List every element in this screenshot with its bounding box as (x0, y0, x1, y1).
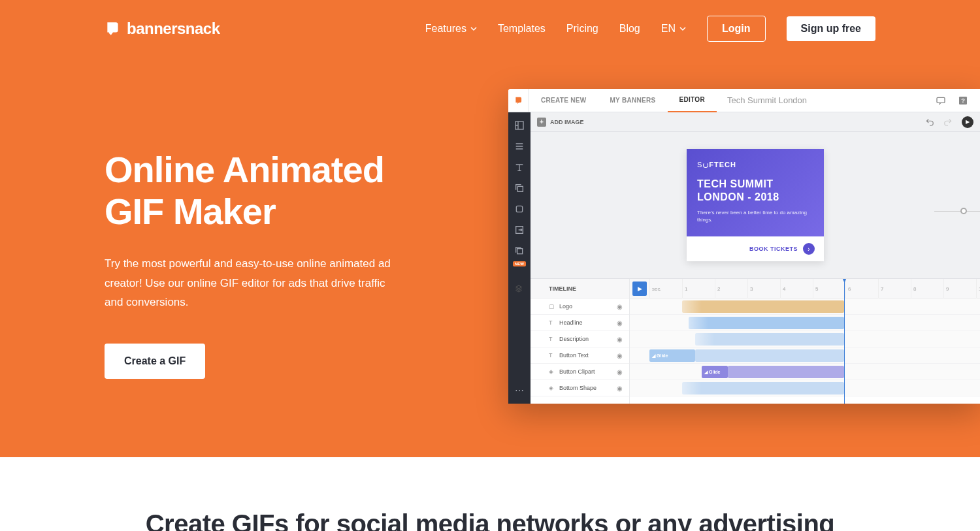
hero-description: Try the most powerful and easy-to-use on… (105, 254, 392, 312)
signup-button[interactable]: Sign up free (787, 16, 875, 41)
plus-icon: + (537, 118, 546, 127)
logo[interactable]: bannersnack (105, 20, 220, 38)
shape-icon: ◈ (549, 385, 555, 391)
visibility-icon[interactable]: ◉ (617, 336, 623, 343)
banner-headline: TECH SUMMIT LONDON - 2018 (697, 178, 813, 204)
clip-glide[interactable]: ◢Glide (702, 366, 728, 378)
layer-button-text[interactable]: TButton Text◉ (531, 347, 629, 364)
tab-editor[interactable]: EDITOR (668, 89, 717, 112)
text-icon: T (549, 352, 555, 359)
login-button[interactable]: Login (707, 16, 766, 42)
create-gif-button[interactable]: Create a GIF (105, 344, 205, 379)
track-row[interactable] (630, 315, 980, 331)
svg-rect-5 (516, 206, 522, 212)
chat-icon[interactable] (936, 95, 946, 106)
timeline-play-button[interactable]: ▶ (632, 282, 647, 296)
svg-rect-4 (517, 186, 523, 191)
image-icon: ▢ (549, 303, 555, 310)
text-icon[interactable] (510, 158, 529, 176)
editor-sidebar: NEW ⋯ (508, 112, 531, 404)
nav-features[interactable]: Features (425, 23, 477, 35)
project-title[interactable]: Tech Summit London (717, 95, 936, 105)
tab-create-new[interactable]: CREATE NEW (529, 89, 598, 112)
main-nav: bannersnack Features Templates Pricing B… (0, 0, 980, 57)
redo-icon[interactable] (943, 118, 953, 127)
track-row[interactable] (630, 380, 980, 396)
layer-headline[interactable]: THeadline◉ (531, 315, 629, 331)
section-2-title: Create GIFs for social media networks or… (105, 509, 875, 531)
clip[interactable] (728, 366, 844, 378)
visibility-icon[interactable]: ◉ (617, 385, 623, 392)
timeline: TIMELINE ▢Logo◉ THeadline◉ TDescription◉… (531, 278, 980, 404)
visibility-icon[interactable]: ◉ (617, 303, 623, 310)
track-row[interactable] (630, 331, 980, 347)
layers-icon (515, 285, 523, 293)
more-icon[interactable]: ⋯ (510, 381, 529, 400)
help-icon[interactable]: ? (958, 95, 968, 106)
visibility-icon[interactable]: ◉ (617, 319, 623, 327)
stack-icon[interactable] (510, 242, 529, 260)
track-row[interactable]: ◢Glide (630, 364, 980, 380)
arrow-right-icon: › (803, 243, 815, 255)
playhead[interactable] (844, 279, 845, 404)
track-row[interactable] (630, 298, 980, 315)
layout-icon[interactable] (510, 116, 529, 135)
banner-description: There's never been a better time to do a… (697, 209, 813, 223)
banner-button-text: BOOK TICKETS (749, 246, 798, 252)
hero-content: Online Animated GIF Maker Try the most p… (0, 57, 392, 379)
track-row[interactable]: ◢Glide (630, 347, 980, 364)
banner-preview[interactable]: SFTECH TECH SUMMIT LONDON - 2018 There's… (687, 149, 824, 261)
clip[interactable] (689, 317, 844, 329)
tab-my-banners[interactable]: MY BANNERS (598, 89, 667, 112)
new-badge: NEW (513, 261, 526, 266)
svg-rect-0 (937, 97, 945, 103)
visibility-icon[interactable]: ◉ (617, 368, 623, 376)
text-icon: T (549, 319, 555, 326)
text-icon: T (549, 336, 555, 342)
list-icon[interactable] (510, 137, 529, 155)
layer-bottom-shape[interactable]: ◈Bottom Shape◉ (531, 380, 629, 396)
clip[interactable] (695, 349, 844, 362)
add-image-button[interactable]: + ADD IMAGE (537, 118, 584, 127)
nav-pricing[interactable]: Pricing (566, 23, 598, 35)
tick-sec: sec. (649, 279, 682, 298)
logo-text: bannersnack (127, 20, 220, 38)
timeline-ruler[interactable]: ▶ sec. 1 2 3 4 5 6 7 8 9 (630, 279, 980, 298)
shape-icon: ◈ (549, 368, 555, 375)
layer-description[interactable]: TDescription◉ (531, 331, 629, 347)
clip[interactable] (682, 300, 844, 313)
editor-logo-icon[interactable] (508, 89, 529, 112)
section-2: Create GIFs for social media networks or… (0, 457, 980, 531)
shape-icon[interactable] (510, 200, 529, 218)
zoom-slider-thumb[interactable] (960, 208, 967, 214)
logo-icon (105, 20, 122, 37)
nav-lang[interactable]: EN (661, 23, 686, 35)
chevron-down-icon (470, 25, 477, 32)
clip[interactable] (682, 382, 844, 394)
import-icon[interactable] (510, 221, 529, 239)
editor-tabs: CREATE NEW MY BANNERS EDITOR (529, 89, 717, 112)
nav-templates[interactable]: Templates (498, 23, 546, 35)
nav-links: Features Templates Pricing Blog EN Login… (425, 16, 875, 42)
chevron-down-icon (679, 25, 686, 32)
layer-logo[interactable]: ▢Logo◉ (531, 298, 629, 315)
hero-title: Online Animated GIF Maker (105, 149, 392, 233)
banner-logo: SFTECH (697, 161, 813, 169)
svg-rect-7 (517, 249, 523, 254)
nav-blog[interactable]: Blog (619, 23, 640, 35)
zoom-slider-track[interactable] (934, 211, 980, 212)
editor-topbar: CREATE NEW MY BANNERS EDITOR Tech Summit… (508, 89, 980, 112)
layer-button-clipart[interactable]: ◈Button Clipart◉ (531, 364, 629, 380)
clip[interactable] (695, 333, 844, 346)
editor-toolbar: + ADD IMAGE ▶ (531, 112, 980, 132)
clip-glide[interactable]: ◢Glide (649, 349, 695, 362)
copy-icon[interactable] (510, 179, 529, 197)
editor-screenshot: CREATE NEW MY BANNERS EDITOR Tech Summit… (508, 89, 980, 404)
play-button[interactable]: ▶ (962, 116, 973, 128)
visibility-icon[interactable]: ◉ (617, 352, 623, 359)
svg-text:?: ? (961, 97, 965, 104)
undo-icon[interactable] (925, 118, 934, 127)
timeline-header: TIMELINE (531, 279, 629, 298)
editor-canvas[interactable]: SFTECH TECH SUMMIT LONDON - 2018 There's… (531, 132, 980, 278)
